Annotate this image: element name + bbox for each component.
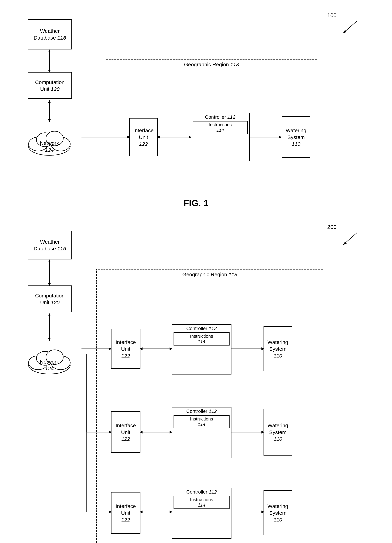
controller-box-fig2-row3: Controller 112 Instructions114 xyxy=(172,488,232,539)
instructions-box-fig2-row2: Instructions114 xyxy=(174,415,230,428)
svg-line-0 xyxy=(343,21,357,33)
network-cloud-fig1: Network124 xyxy=(24,120,75,156)
controller-box-fig1: Controller 112 Instructions114 xyxy=(191,113,250,161)
weather-db-box-fig1: WeatherDatabase 116 xyxy=(28,19,72,50)
network-cloud-fig2: Network124 xyxy=(24,338,75,375)
svg-line-27 xyxy=(343,232,357,245)
interface-unit-box-fig1: InterfaceUnit122 xyxy=(129,118,158,156)
svg-marker-1 xyxy=(343,30,347,33)
watering-system-box-fig2-row2: WateringSystem110 xyxy=(264,409,292,456)
svg-marker-30 xyxy=(48,260,51,262)
instructions-box-fig2-row3: Instructions114 xyxy=(174,496,230,509)
computation-unit-box-fig2: ComputationUnit 120 xyxy=(28,285,72,312)
watering-system-box-fig2-row1: WateringSystem110 xyxy=(264,326,292,371)
ref-200: 200 xyxy=(327,224,337,230)
svg-marker-6 xyxy=(48,100,51,103)
interface-unit-box-fig2-row1: InterfaceUnit122 xyxy=(111,329,140,369)
instructions-box-fig2-row1: Instructions114 xyxy=(174,332,230,345)
svg-marker-3 xyxy=(48,50,51,52)
fig1-label: FIG. 1 xyxy=(14,198,378,208)
ref-100: 100 xyxy=(327,12,337,19)
page: 100 xyxy=(0,0,392,543)
svg-marker-28 xyxy=(343,242,347,245)
interface-unit-box-fig2-row3: InterfaceUnit122 xyxy=(111,492,140,534)
weather-db-box-fig2: WeatherDatabase 116 xyxy=(28,231,72,260)
figure-1: 100 xyxy=(14,10,378,208)
interface-unit-box-fig2-row2: InterfaceUnit122 xyxy=(111,411,140,453)
instructions-box-fig1: Instructions114 xyxy=(193,121,248,134)
computation-unit-box-fig1: ComputationUnit 120 xyxy=(28,72,72,99)
watering-system-box-fig1: WateringSystem110 xyxy=(282,116,310,158)
svg-marker-33 xyxy=(48,313,51,316)
controller-box-fig2-row2: Controller 112 Instructions114 xyxy=(172,407,232,458)
figure-2: 200 xyxy=(14,222,378,543)
controller-box-fig2-row1: Controller 112 Instructions114 xyxy=(172,324,232,374)
watering-system-box-fig2-row3: WateringSystem110 xyxy=(264,490,292,535)
